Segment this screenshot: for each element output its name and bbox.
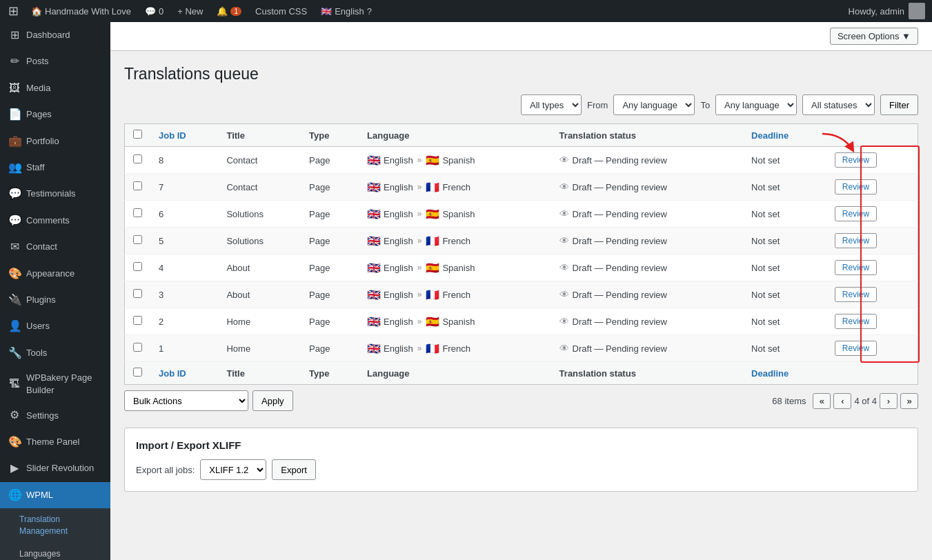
row-checkbox-3[interactable]	[133, 235, 142, 244]
row-checkbox-5[interactable]	[133, 289, 142, 298]
sidebar-item-media[interactable]: 🖼 Media	[0, 75, 110, 101]
type-header: Type	[301, 124, 359, 147]
sidebar-item-translation-management[interactable]: Translation Management	[0, 508, 110, 543]
settings-icon: ⚙	[8, 408, 21, 423]
export-button[interactable]: Export	[272, 459, 316, 480]
translation-status-header: Translation status	[551, 124, 743, 147]
adminbar-language[interactable]: 🇬🇧 English ?	[314, 0, 379, 22]
from-lang-text: English	[384, 317, 413, 327]
sidebar-item-wpml[interactable]: 🌐 WPML	[0, 482, 110, 508]
from-flag-icon: 🇬🇧	[367, 234, 381, 248]
row-action: Review	[826, 281, 918, 308]
status-filter-select[interactable]: All statuses Draft Published Pending	[802, 94, 875, 115]
row-deadline: Not set	[743, 335, 826, 362]
deadline-sort-link[interactable]: Deadline	[751, 130, 789, 141]
to-flag-icon: 🇪🇸	[426, 261, 439, 274]
review-button-1[interactable]: Review	[835, 179, 877, 194]
sidebar-item-posts[interactable]: ✏ Posts	[0, 48, 110, 74]
export-format-select[interactable]: XLIFF 1.2 XLIFF 2.0	[200, 459, 266, 480]
type-filter-select[interactable]: All types Page Post Product	[521, 94, 582, 115]
sidebar-item-plugins[interactable]: 🔌 Plugins	[0, 287, 110, 313]
wp-logo-icon[interactable]: ⊞	[8, 3, 19, 19]
to-flag-icon: 🇫🇷	[426, 342, 439, 355]
job-id-footer-sort-link[interactable]: Job ID	[159, 368, 186, 379]
from-flag-icon: 🇬🇧	[367, 261, 381, 274]
row-checkbox-6[interactable]	[133, 316, 142, 325]
select-all-footer	[125, 362, 151, 385]
sidebar-item-tools[interactable]: 🔧 Tools	[0, 340, 110, 366]
row-checkbox-4[interactable]	[133, 262, 142, 271]
to-language-select[interactable]: Any language English Spanish French	[715, 94, 797, 115]
arrow-icon: »	[417, 182, 422, 192]
sidebar-item-testimonials[interactable]: 💬 Testimonials	[0, 181, 110, 207]
adminbar-comments[interactable]: 💬 0	[138, 0, 170, 22]
status-text: Draft — Pending review	[573, 209, 667, 219]
select-all-checkbox[interactable]	[133, 130, 142, 139]
sidebar-item-languages[interactable]: Languages	[0, 543, 110, 560]
deadline-footer-sort-link[interactable]: Deadline	[751, 368, 789, 379]
adminbar-new[interactable]: + New	[170, 0, 210, 22]
screen-options-button[interactable]: Screen Options ▼	[830, 28, 918, 45]
review-button-5[interactable]: Review	[835, 287, 877, 302]
comments-icon: 💬	[145, 6, 156, 17]
row-job-id: 2	[150, 308, 218, 335]
sidebar-item-wpbakery[interactable]: 🏗 WPBakery Page Builder	[0, 366, 110, 402]
review-button-2[interactable]: Review	[835, 206, 877, 221]
row-checkbox-1[interactable]	[133, 181, 142, 190]
sidebar-item-comments[interactable]: 💬 Comments	[0, 208, 110, 234]
next-page-button[interactable]: ›	[880, 393, 898, 409]
review-button-7[interactable]: Review	[835, 341, 877, 356]
adminbar-site-name[interactable]: 🏠 Handmade With Love	[24, 0, 138, 22]
sidebar-item-settings[interactable]: ⚙ Settings	[0, 402, 110, 428]
job-id-sort-link[interactable]: Job ID	[159, 130, 186, 141]
review-button-3[interactable]: Review	[835, 233, 877, 248]
sidebar-item-theme-panel[interactable]: 🎨 Theme Panel	[0, 429, 110, 455]
review-button-0[interactable]: Review	[835, 152, 877, 168]
table-row: 1 Home Page 🇬🇧 English » 🇫🇷 French 👁 Dra…	[125, 335, 918, 362]
row-checkbox-2[interactable]	[133, 208, 142, 217]
adminbar-custom-css[interactable]: Custom CSS	[248, 0, 314, 22]
sidebar-item-appearance[interactable]: 🎨 Appearance	[0, 261, 110, 287]
row-checkbox-cell	[125, 335, 151, 362]
export-label: Export all jobs:	[136, 465, 195, 475]
to-lang-text: Spanish	[442, 317, 475, 327]
sidebar-item-portfolio[interactable]: 💼 Portfolio	[0, 128, 110, 154]
deadline-header: Deadline	[743, 124, 826, 147]
slider-icon: ▶	[8, 461, 21, 476]
to-lang-text: French	[442, 182, 470, 192]
row-checkbox-0[interactable]	[133, 154, 142, 163]
sidebar-item-slider-revolution[interactable]: ▶ Slider Revolution	[0, 455, 110, 481]
title-footer: Title	[218, 362, 301, 385]
adminbar-notification[interactable]: 🔔 1	[210, 0, 248, 22]
adminbar-howdy[interactable]: Howdy, admin	[842, 3, 932, 19]
row-language: 🇬🇧 English » 🇪🇸 Spanish	[359, 308, 551, 335]
filter-button[interactable]: Filter	[880, 94, 918, 115]
row-status: 👁 Draft — Pending review	[551, 147, 743, 174]
sidebar-item-pages[interactable]: 📄 Pages	[0, 101, 110, 128]
first-page-button[interactable]: «	[813, 393, 831, 409]
review-button-4[interactable]: Review	[835, 260, 877, 275]
sidebar-item-contact[interactable]: ✉ Contact	[0, 234, 110, 260]
select-all-footer-checkbox[interactable]	[133, 368, 142, 377]
sidebar-item-users[interactable]: 👤 Users	[0, 313, 110, 339]
avatar	[909, 3, 925, 19]
from-language-select[interactable]: Any language English Spanish French	[613, 94, 695, 115]
sidebar-item-staff[interactable]: 👥 Staff	[0, 154, 110, 181]
bulk-actions-select[interactable]: Bulk Actions Delete	[124, 390, 248, 411]
plugins-icon: 🔌	[8, 292, 21, 308]
from-lang-text: English	[384, 209, 413, 219]
from-flag-icon: 🇬🇧	[367, 154, 381, 167]
from-flag-icon: 🇬🇧	[367, 342, 381, 355]
review-button-6[interactable]: Review	[835, 314, 877, 329]
items-count: 68 items	[772, 396, 806, 406]
to-lang-text: Spanish	[442, 209, 475, 219]
sidebar-item-dashboard[interactable]: ⊞ Dashboard	[0, 22, 110, 48]
last-page-button[interactable]: »	[900, 393, 918, 409]
row-job-id: 1	[150, 335, 218, 362]
apply-button[interactable]: Apply	[252, 390, 293, 411]
row-checkbox-7[interactable]	[133, 343, 142, 352]
prev-page-button[interactable]: ‹	[833, 393, 851, 409]
row-action: Review	[826, 147, 918, 174]
table-row: 7 Contact Page 🇬🇧 English » 🇫🇷 French 👁 …	[125, 174, 918, 201]
from-lang-text: English	[384, 182, 413, 192]
